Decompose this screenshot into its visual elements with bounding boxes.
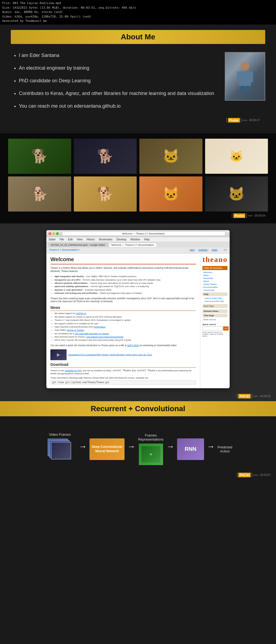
menu-file[interactable]: File [60, 238, 64, 241]
toc-news[interactable]: News [202, 274, 227, 277]
video-frames-box: 🏃 [44, 439, 76, 466]
frame-stack: 🏃 [48, 439, 72, 460]
menu-window[interactable]: Window [130, 238, 140, 241]
about-section: About Me I am Eder Santana An electrical… [0, 25, 276, 134]
rnn-diagram: Video Frames 🏃 → Deep ConvolutionalNeura… [0, 427, 276, 471]
rnn-box-item: RNN [177, 438, 204, 460]
about-photo-inner [225, 53, 265, 100]
frames-repr-box: ▤ [139, 444, 163, 465]
menu-help[interactable]: Help [144, 238, 150, 241]
news-6: Colin Raffel: tutorial on Theano. [54, 329, 196, 332]
menu-develop[interactable]: Develop [116, 238, 126, 241]
news-7: Ian Goodfellow did a 12h class with exer… [54, 332, 196, 335]
animal-cell-7: 🐱 [139, 176, 202, 212]
quick-search-input[interactable] [202, 326, 223, 330]
about-content: I am Eder Santana An electrical engineer… [11, 52, 265, 116]
svg-rect-5 [246, 86, 250, 93]
about-title-bar: About Me [11, 30, 265, 44]
animal-cell-5: 🐕 [8, 176, 71, 212]
timestamp-1: 00:00:47 [249, 119, 260, 122]
file-line2: Size: 14322815 bytes (13.66 MiB), durati… [2, 6, 274, 10]
file-line5: Generated by Thumbnail me [2, 19, 274, 23]
toc-help-section: Help [202, 292, 227, 296]
show-source[interactable]: Show Source [202, 318, 227, 321]
news-3: Theano 0.7 was released 26th March 2015.… [54, 319, 196, 322]
maximize-dot[interactable] [56, 232, 59, 235]
watermark-1: [ Puder ] video 00:00:47 [226, 118, 260, 122]
news-heading: News [50, 305, 196, 311]
welcome-heading: Welcome [50, 256, 196, 264]
animal-cell-2: 🐕 [74, 139, 137, 174]
about-bullet-5: You can reach me out on edersantana.gith… [19, 103, 217, 110]
feature-6: extensive unit-testing and self-verifica… [54, 292, 196, 295]
news-list: We added support for CuDNN v3. We added … [50, 312, 196, 342]
nav-next[interactable]: next [190, 248, 194, 251]
dcnn-label: Deep ConvolutionalNeural Network [92, 445, 122, 453]
browser-address-bar[interactable]: Welcome — Theano 0.7 documentation. [62, 231, 225, 236]
arrow-1: → [79, 442, 87, 451]
download-text-2: Those interested in bleeding-edge featur… [50, 376, 196, 379]
browser-main-content: Welcome Theano is a Python library that … [46, 254, 200, 388]
menu-edit[interactable]: Edit [68, 238, 73, 241]
menu-safari[interactable]: Safari [49, 238, 56, 241]
browser-menu-bar: Safari File Edit View History Bookmarks … [46, 237, 230, 242]
close-dot[interactable] [49, 232, 51, 235]
toc-docs[interactable]: Documentation [202, 286, 227, 289]
theano-description: Theano has been powering large-scale com… [50, 297, 196, 304]
browser-wrapper: Welcome — Theano 0.7 documentation. Safa… [0, 223, 276, 392]
menu-history[interactable]: History [87, 238, 95, 241]
about-bullets: I am Eder Santana An electrical engineer… [11, 52, 225, 116]
svg-rect-4 [240, 86, 244, 93]
news-9: HPCS 2011 Tutorial: We included a few fi… [54, 339, 196, 342]
features-list: tight integration with NumPy – Use numpy… [50, 275, 196, 295]
toc-status[interactable]: Status [202, 280, 227, 283]
video-link[interactable]: Transparent CPU Computing With Theano, J… [68, 353, 152, 356]
tab-slides[interactable]: 387305_02_02_FaReference.pptx - Google S… [49, 243, 108, 247]
about-bullet-2: An electrical engineer by training [19, 65, 217, 71]
tab-theano[interactable]: Welcome — Theano 0.7 documentation. [109, 243, 157, 247]
release-notes: Release Notes [202, 309, 227, 313]
predicted-label: PredictedAction [218, 445, 232, 453]
nav-links: next | modules | index 2.2 [188, 248, 227, 251]
animal-icon-7: 🐱 [163, 186, 179, 202]
toc-provide-help[interactable]: How to provide help [202, 300, 227, 303]
animal-icon-1: 🐕 [31, 148, 48, 164]
toc-download[interactable]: Download [202, 277, 227, 280]
svg-point-0 [241, 62, 249, 70]
svg-rect-1 [239, 71, 251, 86]
animal-icon-5: 🐕 [31, 186, 48, 202]
minimize-dot[interactable] [52, 232, 55, 235]
nav-index[interactable]: index [212, 248, 218, 251]
feature-4: speed and stability optimizations – Get … [54, 285, 196, 288]
watermark-2: [ Puder ] video 00:00:54 [232, 213, 265, 218]
toc-citing[interactable]: Citing Theano [202, 283, 227, 286]
nav-modules[interactable]: modules [198, 248, 208, 251]
animal-icon-2: 🐕 [97, 148, 113, 164]
quick-search-button[interactable]: GO [223, 326, 229, 330]
browser-content: Welcome Theano is a Python library that … [46, 254, 230, 388]
browser-screenshot: Welcome — Theano 0.7 documentation. Safa… [46, 230, 230, 388]
toc-seek-help[interactable]: How to Seek Help [202, 297, 227, 300]
about-bullet-1: I am Eder Santana [19, 52, 217, 59]
arrow-4: → [207, 442, 215, 451]
search-hint: Enter search terms or a module, class or… [202, 331, 227, 337]
arrow-3: → [166, 442, 174, 451]
video-line: You can watch a quick (20 minute) introd… [50, 344, 196, 347]
animals-grid: 🐕 🐕 🐱 🐱 🐕 🐕 🐱 🐱 [8, 139, 268, 212]
news-8: New technical report on Theano: new feat… [54, 336, 196, 338]
frames-repr-item: FramesRepresentations ▤ [138, 433, 164, 465]
menu-view[interactable]: View [77, 238, 82, 241]
menu-bookmarks[interactable]: Bookmarks [99, 238, 112, 241]
timestamp-4: 00:03:07 [260, 473, 271, 476]
news-5: Open Machine Learning Workshop 2014 pres… [54, 326, 196, 328]
quick-search: Quick search GO Enter search terms or a … [202, 323, 227, 337]
video-frames-label: Video Frames [49, 432, 71, 437]
browser-dots [49, 232, 59, 235]
timestamp-3: 00:00:50 [260, 395, 271, 398]
about-bullet-4: Contributes to Keras, Agnez, and other l… [19, 90, 217, 97]
about-bullet-3: PhD candidate on Deep Learning [19, 77, 217, 84]
predicted-item: PredictedAction [218, 445, 232, 453]
theano-doc-tab-label[interactable]: Theano 0.7 documentation × [49, 248, 80, 253]
toc-community[interactable]: Community [202, 289, 227, 292]
toc-welcome[interactable]: Welcome [202, 271, 227, 274]
